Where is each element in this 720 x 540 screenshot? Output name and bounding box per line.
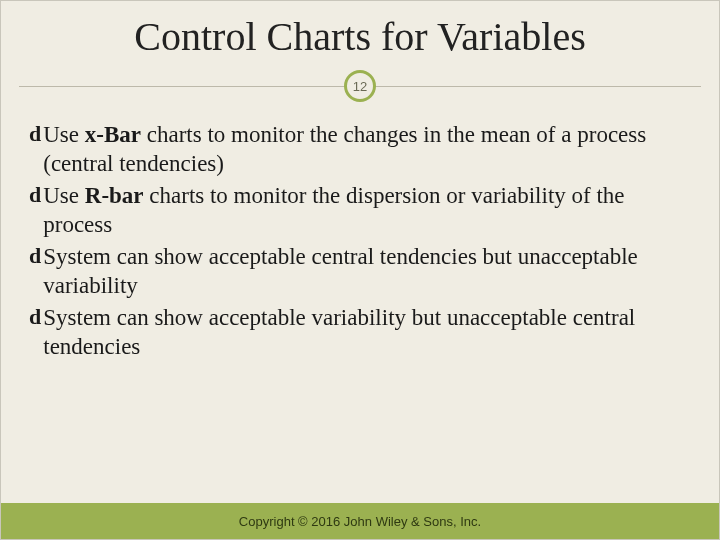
bullet-icon: d [29,303,41,332]
bullet-text: Use x-Bar charts to monitor the changes … [43,120,691,179]
bullet-text: System can show acceptable central tende… [43,242,691,301]
content-area: d Use x-Bar charts to monitor the change… [1,102,719,362]
slide: Control Charts for Variables 12 d Use x-… [0,0,720,540]
bullet-icon: d [29,120,41,149]
list-item: d System can show acceptable variability… [29,303,691,362]
footer-text: Copyright © 2016 John Wiley & Sons, Inc. [239,514,481,529]
bullet-text: System can show acceptable variability b… [43,303,691,362]
bullet-icon: d [29,181,41,210]
page-number-badge: 12 [344,70,376,102]
list-item: d Use x-Bar charts to monitor the change… [29,120,691,179]
bullet-text: Use R-bar charts to monitor the dispersi… [43,181,691,240]
list-item: d System can show acceptable central ten… [29,242,691,301]
bullet-icon: d [29,242,41,271]
page-number: 12 [353,79,367,94]
list-item: d Use R-bar charts to monitor the disper… [29,181,691,240]
page-title: Control Charts for Variables [1,1,719,70]
footer-bar: Copyright © 2016 John Wiley & Sons, Inc. [1,503,719,539]
divider: 12 [19,70,701,102]
